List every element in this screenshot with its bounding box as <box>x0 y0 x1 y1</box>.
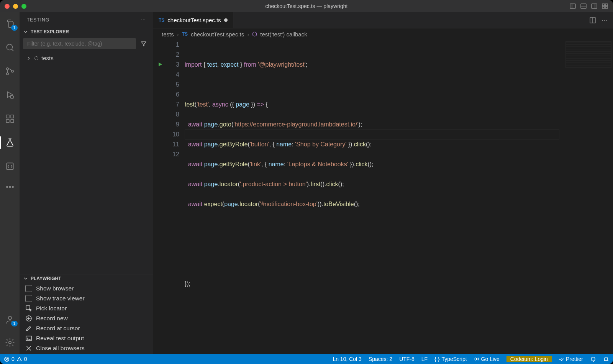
checkbox-icon <box>25 295 32 302</box>
maximize-window-icon[interactable] <box>21 4 26 9</box>
tab-actions: ⋯ <box>584 12 613 28</box>
editor-area: TS checkoutTest.spec.ts ⋯ tests › TS che… <box>153 12 613 354</box>
sidebar-title: TESTING ⋯ <box>20 12 153 28</box>
tab-bar: TS checkoutTest.spec.ts ⋯ <box>153 12 613 28</box>
code-editor[interactable]: 123456789101112 import { test, expect } … <box>153 40 613 354</box>
encoding[interactable]: UTF-8 <box>399 356 415 362</box>
notifications-icon[interactable] <box>603 356 609 362</box>
record-cursor-button[interactable]: Record at cursor <box>20 323 153 333</box>
breadcrumb-folder[interactable]: tests <box>162 31 174 38</box>
svg-rect-9 <box>605 7 608 8</box>
check-double-icon <box>559 356 564 362</box>
layout-controls <box>569 3 608 10</box>
breadcrumb[interactable]: tests › TS checkoutTest.spec.ts › ⬡ test… <box>153 28 613 40</box>
close-window-icon[interactable] <box>5 4 10 9</box>
show-browser-checkbox[interactable]: Show browser <box>20 284 153 293</box>
sidebar-title-text: TESTING <box>27 17 49 23</box>
checkbox-icon <box>25 285 32 292</box>
codeium-login[interactable]: Codeium: Login <box>506 356 552 362</box>
explorer-badge: 1 <box>11 25 17 31</box>
explorer-icon[interactable]: 1 <box>0 16 20 31</box>
svg-rect-30 <box>26 336 31 341</box>
svg-point-23 <box>12 186 13 187</box>
minimize-window-icon[interactable] <box>13 4 18 9</box>
tree-item-tests[interactable]: tests <box>21 54 151 62</box>
show-trace-checkbox[interactable]: Show trace viewer <box>20 293 153 303</box>
tab-more-icon[interactable]: ⋯ <box>602 16 608 24</box>
svg-rect-6 <box>602 4 605 6</box>
pick-locator-label: Pick locator <box>36 305 67 312</box>
accounts-badge: 1 <box>11 321 17 326</box>
panel-right-icon[interactable] <box>591 3 598 10</box>
inspect-icon <box>25 305 32 312</box>
filter-button[interactable] <box>138 38 150 49</box>
svg-point-39 <box>591 357 595 361</box>
titlebar: checkoutTest.spec.ts — playwright <box>0 0 613 12</box>
status-bar: 0 0 Ln 10, Col 3 Spaces: 2 UTF-8 LF { } … <box>0 354 613 364</box>
cursor-position[interactable]: Ln 10, Col 3 <box>333 356 362 362</box>
search-icon[interactable] <box>0 40 20 55</box>
chevron-down-icon <box>23 29 28 34</box>
window-title: checkoutTest.spec.ts — playwright <box>266 3 348 9</box>
breadcrumb-sep: › <box>247 31 249 38</box>
eol[interactable]: LF <box>421 356 428 362</box>
reveal-output-button[interactable]: Reveal test output <box>20 333 153 343</box>
tab-checkouttest[interactable]: TS checkoutTest.spec.ts <box>153 12 233 28</box>
prettier-status[interactable]: Prettier <box>559 356 583 362</box>
modified-dot-icon <box>224 18 228 22</box>
svg-point-22 <box>9 186 10 187</box>
ts-file-icon: TS <box>159 18 164 23</box>
svg-rect-2 <box>581 4 586 8</box>
svg-rect-18 <box>11 120 14 123</box>
chevron-right-icon <box>26 56 31 61</box>
run-debug-icon[interactable] <box>0 87 20 103</box>
test-explorer-header[interactable]: TEST EXPLORER <box>20 28 153 36</box>
svg-point-15 <box>10 95 14 99</box>
indentation[interactable]: Spaces: 2 <box>369 356 392 362</box>
settings-icon[interactable] <box>0 335 20 350</box>
extensions-icon[interactable] <box>0 111 20 126</box>
codeium-icon[interactable] <box>0 159 20 174</box>
edit-icon <box>25 325 32 332</box>
run-test-icon[interactable] <box>157 61 163 67</box>
breadcrumb-file[interactable]: checkoutTest.spec.ts <box>191 31 244 38</box>
record-new-button[interactable]: Record new <box>20 313 153 323</box>
svg-rect-7 <box>605 4 608 6</box>
line-numbers: 123456789101112 <box>167 40 185 354</box>
close-browsers-button[interactable]: Close all browsers <box>20 343 153 353</box>
svg-point-13 <box>6 73 8 75</box>
split-editor-icon[interactable] <box>589 17 596 24</box>
close-icon <box>25 345 32 352</box>
pick-locator-button[interactable]: Pick locator <box>20 303 153 313</box>
panel-bottom-icon[interactable] <box>580 3 587 10</box>
svg-point-38 <box>476 358 477 360</box>
svg-point-25 <box>8 341 11 344</box>
customize-layout-icon[interactable] <box>602 3 608 10</box>
svg-rect-0 <box>570 4 575 8</box>
breadcrumb-sep: › <box>177 31 179 38</box>
sidebar-more-icon[interactable]: ⋯ <box>141 17 146 23</box>
accounts-icon[interactable]: 1 <box>0 312 20 327</box>
filter-input[interactable] <box>23 38 136 49</box>
plus-circle-icon <box>25 315 32 322</box>
code-content[interactable]: import { test, expect } from '@playwrigh… <box>185 40 613 354</box>
more-icon[interactable] <box>0 182 20 192</box>
close-browsers-label: Close all browsers <box>36 345 85 352</box>
panel-left-icon[interactable] <box>569 3 576 10</box>
testing-sidebar: TESTING ⋯ TEST EXPLORER tests <box>20 12 153 354</box>
record-new-label: Record new <box>36 315 68 322</box>
language-mode[interactable]: { } TypeScript <box>434 356 467 362</box>
playwright-header[interactable]: PLAYWRIGHT <box>20 274 153 283</box>
testing-icon[interactable] <box>0 135 20 150</box>
filter-row <box>20 36 153 51</box>
source-control-icon[interactable] <box>0 64 20 79</box>
errors-warnings[interactable]: 0 0 <box>4 356 27 362</box>
go-live-button[interactable]: Go Live <box>474 356 500 362</box>
svg-rect-4 <box>592 4 597 8</box>
current-line-highlight <box>185 130 559 139</box>
feedback-icon[interactable] <box>590 356 596 362</box>
svg-line-11 <box>11 49 13 51</box>
breadcrumb-symbol[interactable]: test('test') callback <box>260 31 307 38</box>
minimap[interactable] <box>565 41 611 68</box>
traffic-lights <box>5 4 26 9</box>
